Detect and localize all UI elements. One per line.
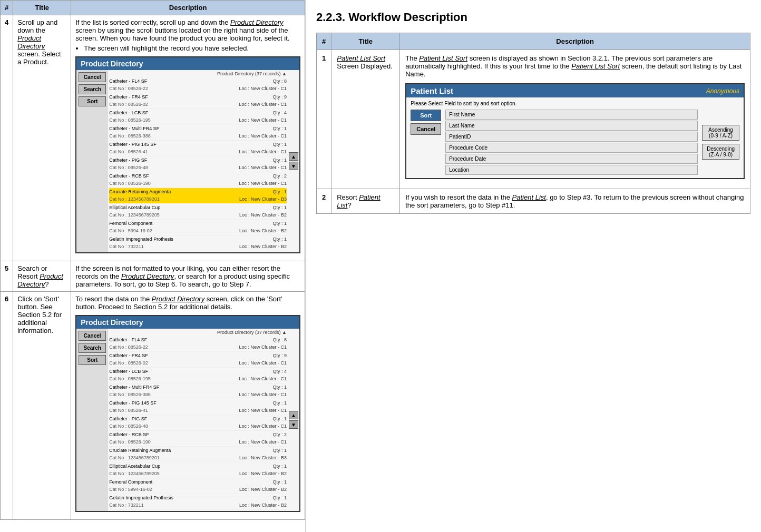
- right-col-header-num: #: [317, 33, 331, 50]
- pd-sort-button-2[interactable]: Sort: [79, 355, 106, 365]
- list-item[interactable]: Catheter - RCB SFCat No : 08526-190Qty :…: [109, 431, 287, 447]
- table-row: 2 Resort Patient List? If you wish to re…: [317, 189, 750, 214]
- list-item[interactable]: Catheter - LCB SFCat No : 08526-195Qty :…: [109, 109, 287, 125]
- list-item[interactable]: Catheter - PIG 145 SFCat No : 08526-41Qt…: [109, 141, 287, 156]
- desc-text: If the screen is not formatted to your l…: [75, 264, 300, 288]
- step-description: If the screen is not formatted to your l…: [71, 261, 305, 292]
- pl-action-buttons: Sort Cancel: [411, 110, 441, 175]
- table-row: 1 Patient List Sort Screen Displayed. Th…: [317, 50, 750, 189]
- pl-field-patientid[interactable]: PatientID: [445, 132, 698, 142]
- list-item[interactable]: Catheter - FL4 SFCat No : 08526-22Qty : …: [109, 77, 287, 93]
- pl-field-procedurecode[interactable]: Procedure Code: [445, 143, 698, 153]
- right-col-header-desc: Description: [400, 33, 750, 50]
- pl-order-buttons: Ascending(0-9 / A-Z) Descending(Z-A / 9-…: [702, 110, 739, 175]
- list-item[interactable]: Catheter - Multi FR4 SFCat No : 08526-38…: [109, 383, 287, 399]
- desc-text: If you wish to resort the data in the Pa…: [405, 193, 745, 209]
- list-item[interactable]: Catheter - FR4 SFCat No : 08526-02Qty : …: [109, 352, 287, 368]
- list-item[interactable]: Catheter - FR4 SFCat No : 08526-02Qty : …: [109, 93, 287, 109]
- step-description: If the list is sorted correctly, scroll …: [71, 15, 305, 261]
- pd-body-2: Cancel Search Sort Product Directory (37…: [76, 329, 299, 511]
- list-item[interactable]: Elliptical Acetabular CupCat No : 123456…: [109, 204, 287, 220]
- step-description: To resort the data on the Product Direct…: [71, 292, 305, 520]
- pl-field-lastname[interactable]: Last Name: [445, 121, 698, 131]
- section-title: 2.2.3. Workflow Description: [316, 11, 750, 24]
- workflow-table-left: # Title Description 4 Scroll up and down…: [0, 0, 305, 520]
- table-row: 5 Search or Resort Product Directory? If…: [1, 261, 305, 292]
- pd-header: Product Directory: [76, 57, 299, 70]
- step-title: Search or Resort Product Directory?: [13, 261, 71, 292]
- col-header-title: Title: [13, 1, 71, 15]
- product-directory-link: Product Directory: [17, 34, 45, 50]
- list-item[interactable]: Femoral ComponentCat No : 5994-16-02Qty …: [109, 478, 287, 494]
- list-item-highlighted[interactable]: Cruciate Retaining AugmentaCat No : 1234…: [109, 188, 287, 204]
- col-header-num: #: [1, 1, 13, 15]
- step-title-text: Click on 'Sort' button. See Section 5.2 …: [17, 295, 62, 334]
- list-item[interactable]: Cruciate Retaining AugmentaCat No : 1234…: [109, 447, 287, 462]
- step-num: 6: [1, 292, 13, 520]
- step-title: Click on 'Sort' button. See Section 5.2 …: [13, 292, 71, 520]
- resort-title2: ?: [347, 201, 351, 209]
- step-title-rest: Screen Displayed.: [337, 62, 393, 70]
- pl-field-location[interactable]: Location: [445, 165, 698, 175]
- right-panel: 2.2.3. Workflow Description # Title Desc…: [306, 0, 761, 532]
- list-item[interactable]: Catheter - Multi FR4 SFCat No : 08526-38…: [109, 125, 287, 141]
- step-title-text2: screen. Select a Product.: [17, 50, 61, 66]
- desc-bullet: The screen will highlight the record you…: [84, 44, 300, 52]
- step-title-text3: ?: [45, 280, 48, 288]
- pd-list-2: Product Directory (37 records) ▲ Cathete…: [108, 329, 288, 511]
- pd-search-button[interactable]: Search: [79, 84, 106, 94]
- pd-items: Catheter - FL4 SFCat No : 08526-22Qty : …: [109, 77, 287, 251]
- product-directory-widget-1: Product Directory Cancel Search Sort Pro…: [75, 56, 300, 253]
- pl-field-proceduredate[interactable]: Procedure Date: [445, 154, 698, 164]
- pd-cancel-button[interactable]: Cancel: [79, 72, 106, 82]
- step-num: 5: [1, 261, 13, 292]
- pd-header-2: Product Directory: [76, 316, 299, 329]
- pd-topbar-2: Product Directory (37 records) ▲: [109, 330, 287, 335]
- list-item[interactable]: Elliptical Acetabular CupCat No : 123456…: [109, 462, 287, 478]
- list-item[interactable]: Catheter - RCB SFCat No : 08526-190Qty :…: [109, 172, 287, 188]
- step-description: If you wish to resort the data in the Pa…: [400, 189, 750, 214]
- pl-descending-button[interactable]: Descending(Z-A / 9-0): [702, 144, 739, 160]
- pl-sort-button[interactable]: Sort: [411, 110, 441, 121]
- patient-list-sort-link: Patient List Sort: [337, 54, 385, 62]
- list-item[interactable]: Catheter - PIG SFCat No : 08526-48Qty : …: [109, 156, 287, 172]
- pd-items-2: Catheter - FL4 SFCat No : 08526-22Qty : …: [109, 336, 287, 510]
- step-title-text: Scroll up and down the: [17, 18, 57, 34]
- desc-intro: To resort the data on the Product Direct…: [75, 295, 300, 311]
- list-item[interactable]: Catheter - PIG SFCat No : 08526-48Qty : …: [109, 415, 287, 431]
- pd-cancel-button-2[interactable]: Cancel: [79, 331, 106, 341]
- list-item[interactable]: Catheter - LCB SFCat No : 08526-195Qty :…: [109, 368, 287, 383]
- pl-fields: First Name Last Name PatientID Procedure…: [445, 110, 698, 175]
- list-item[interactable]: Catheter - PIG 145 SFCat No : 08526-41Qt…: [109, 399, 287, 415]
- step-title: Scroll up and down the Product Directory…: [13, 15, 71, 261]
- desc-text: The Patient List Sort screen is displaye…: [405, 54, 745, 78]
- step-title: Patient List Sort Screen Displayed.: [331, 50, 400, 189]
- pd-search-button-2[interactable]: Search: [79, 343, 106, 353]
- list-item[interactable]: Femoral ComponentCat No : 5994-16-02Qty …: [109, 220, 287, 235]
- scroll-down-button-2[interactable]: ▼: [289, 420, 298, 429]
- pl-instruction: Please Select Field to sort by and sort …: [411, 101, 739, 106]
- right-col-header-title: Title: [331, 33, 400, 50]
- table-row: 6 Click on 'Sort' button. See Section 5.…: [1, 292, 305, 520]
- pd-sidebar: Cancel Search Sort: [76, 70, 108, 252]
- step-description: The Patient List Sort screen is displaye…: [400, 50, 750, 189]
- pl-field-firstname[interactable]: First Name: [445, 110, 698, 120]
- pd-topbar: Product Directory (37 records) ▲: [109, 71, 287, 76]
- scroll-up-button[interactable]: ▲: [289, 152, 298, 161]
- pl-ascending-button[interactable]: Ascending(0-9 / A-Z): [702, 125, 739, 141]
- pl-header-title: Patient List: [411, 86, 453, 95]
- pd-sort-button[interactable]: Sort: [79, 96, 106, 106]
- step-num: 2: [317, 189, 331, 214]
- pd-sidebar-2: Cancel Search Sort: [76, 329, 108, 511]
- pl-cancel-button[interactable]: Cancel: [411, 123, 441, 135]
- scroll-up-button-2[interactable]: ▲: [289, 411, 298, 419]
- list-item[interactable]: Catheter - FL4 SFCat No : 08526-22Qty : …: [109, 336, 287, 352]
- pl-sort-grid: Sort Cancel First Name Last Name Patient…: [411, 110, 739, 175]
- list-item[interactable]: Gelatin Impregnated ProthesisCat No : 73…: [109, 494, 287, 510]
- list-item[interactable]: Gelatin Impregnated ProthesisCat No : 73…: [109, 235, 287, 251]
- scroll-down-button[interactable]: ▼: [289, 162, 298, 170]
- col-header-desc: Description: [71, 1, 305, 15]
- workflow-table-right: # Title Description 1 Patient List Sort …: [316, 33, 750, 214]
- pl-header-anon: Anonymous: [706, 87, 739, 95]
- table-row: 4 Scroll up and down the Product Directo…: [1, 15, 305, 261]
